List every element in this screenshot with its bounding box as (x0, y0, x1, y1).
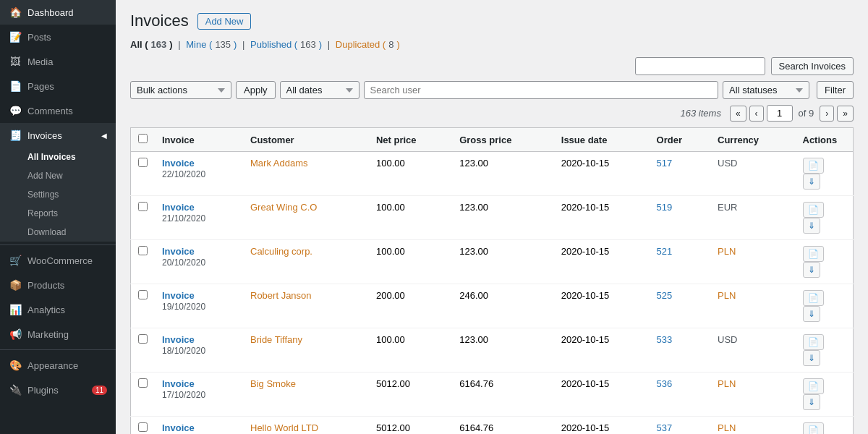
sidebar-item-invoices[interactable]: 🧾 Invoices ◀ (0, 123, 116, 148)
add-new-button[interactable]: Add New (197, 13, 252, 30)
subnav-all[interactable]: All (163) (130, 39, 173, 50)
sidebar-item-appearance[interactable]: 🎨 Appearance (0, 353, 116, 378)
sidebar-sub-all-invoices[interactable]: All Invoices (0, 148, 116, 166)
apply-button[interactable]: Apply (236, 81, 276, 99)
invoice-link-4[interactable]: Invoice (162, 334, 236, 345)
current-page-input[interactable]: 1 (767, 105, 793, 122)
order-link-1[interactable]: 519 (657, 202, 673, 213)
row-checkbox-6[interactable] (138, 422, 148, 432)
table-row: Invoice 16/10/2020 Hello World LTD 5012.… (131, 417, 854, 435)
customer-cell: Robert Janson (243, 284, 369, 328)
customer-link-1[interactable]: Great Wing C.O (250, 202, 317, 213)
invoice-link-5[interactable]: Invoice (162, 378, 236, 389)
search-invoices-button[interactable]: Search Invoices (771, 57, 854, 75)
order-link-2[interactable]: 521 (657, 246, 673, 257)
order-cell-0: 517 (650, 152, 710, 196)
order-link-3[interactable]: 525 (657, 290, 673, 301)
sidebar-sub-add-new[interactable]: Add New (0, 166, 116, 185)
select-all-checkbox[interactable] (138, 134, 148, 143)
first-page-button[interactable]: « (730, 106, 746, 122)
action-view-btn-1[interactable]: 📄 (803, 202, 824, 218)
comments-icon: 💬 (9, 104, 22, 117)
action-download-btn-3[interactable]: ⇓ (803, 306, 820, 322)
row-checkbox-1[interactable] (138, 202, 148, 211)
col-issue-date[interactable]: Issue date (554, 128, 650, 152)
net-price-cell-3: 200.00 (369, 284, 452, 328)
prev-page-button[interactable]: ‹ (749, 106, 764, 122)
all-dates-select[interactable]: All dates (280, 81, 359, 99)
action-view-btn-6[interactable]: 📄 (803, 422, 824, 434)
settings-label: Settings (27, 190, 59, 200)
col-customer[interactable]: Customer (243, 128, 369, 152)
sidebar-item-media[interactable]: 🖼 Media (0, 49, 116, 74)
sidebar-sub-settings[interactable]: Settings (0, 185, 116, 204)
invoice-link-6[interactable]: Invoice (162, 422, 236, 433)
action-view-btn-4[interactable]: 📄 (803, 334, 824, 350)
order-link-0[interactable]: 517 (657, 158, 673, 169)
sidebar-item-dashboard[interactable]: 🏠 Dashboard (0, 0, 116, 25)
invoice-link-1[interactable]: Invoice (162, 202, 236, 213)
dashboard-icon: 🏠 (9, 6, 22, 19)
invoice-link-0[interactable]: Invoice (162, 158, 236, 169)
sidebar-sub-reports[interactable]: Reports (0, 204, 116, 223)
sidebar-sub-download[interactable]: Download (0, 223, 116, 242)
col-invoice[interactable]: Invoice (155, 128, 243, 152)
col-currency[interactable]: Currency (710, 128, 796, 152)
action-view-btn-0[interactable]: 📄 (803, 158, 824, 174)
row-checkbox-0[interactable] (138, 158, 148, 167)
customer-link-6[interactable]: Hello World LTD (250, 422, 318, 433)
order-link-4[interactable]: 533 (657, 334, 673, 345)
order-cell-4: 533 (650, 328, 710, 373)
customer-link-3[interactable]: Robert Janson (250, 290, 312, 301)
customer-link-5[interactable]: Big Smoke (250, 378, 296, 389)
order-link-6[interactable]: 537 (657, 422, 673, 433)
order-cell-1: 519 (650, 196, 710, 240)
filter-button[interactable]: Filter (817, 81, 854, 99)
subnav-mine[interactable]: Mine (135) (186, 39, 237, 50)
sidebar-item-plugins[interactable]: 🔌 Plugins 11 (0, 378, 116, 402)
sidebar-item-posts[interactable]: 📝 Posts (0, 25, 116, 49)
search-invoices-input[interactable] (635, 57, 765, 75)
action-view-btn-2[interactable]: 📄 (803, 246, 824, 262)
bulk-actions-select[interactable]: Bulk actions (130, 81, 231, 99)
row-checkbox-5[interactable] (138, 378, 148, 388)
all-statuses-select[interactable]: All statuses (723, 81, 809, 99)
action-download-btn-1[interactable]: ⇓ (803, 218, 820, 234)
search-user-input[interactable] (364, 81, 719, 99)
action-download-btn-4[interactable]: ⇓ (803, 350, 820, 366)
action-view-btn-3[interactable]: 📄 (803, 290, 824, 306)
sidebar-item-pages[interactable]: 📄 Pages (0, 74, 116, 98)
action-download-btn-2[interactable]: ⇓ (803, 262, 820, 278)
issue-date-cell-0: 2020-10-15 (554, 152, 650, 196)
sidebar-item-label: Media (27, 56, 53, 67)
last-page-button[interactable]: » (837, 106, 854, 122)
invoice-link-3[interactable]: Invoice (162, 290, 236, 301)
select-all-col (131, 128, 156, 152)
sidebar-item-products[interactable]: 📦 Products (0, 273, 116, 297)
sidebar-item-comments[interactable]: 💬 Comments (0, 98, 116, 123)
customer-link-4[interactable]: Bride Tiffany (250, 334, 302, 345)
next-page-button[interactable]: › (820, 106, 834, 122)
customer-link-2[interactable]: Calculing corp. (250, 246, 312, 257)
subnav-published[interactable]: Published (163) (250, 39, 322, 50)
posts-icon: 📝 (9, 30, 22, 43)
row-checkbox-3[interactable] (138, 290, 148, 299)
row-checkbox-2[interactable] (138, 246, 148, 255)
order-link-5[interactable]: 536 (657, 378, 673, 389)
row-checkbox-4[interactable] (138, 334, 148, 344)
sidebar-item-marketing[interactable]: 📢 Marketing (0, 322, 116, 346)
sidebar-item-woocommerce[interactable]: 🛒 WooCommerce (0, 248, 116, 273)
action-view-btn-5[interactable]: 📄 (803, 378, 824, 394)
action-download-btn-5[interactable]: ⇓ (803, 394, 820, 410)
action-download-btn-0[interactable]: ⇓ (803, 174, 820, 190)
col-order[interactable]: Order (650, 128, 710, 152)
table-row: Invoice 21/10/2020 Great Wing C.O 100.00… (131, 196, 854, 240)
table-body: Invoice 22/10/2020 Mark Addams 100.00 12… (131, 152, 854, 435)
sidebar-item-analytics[interactable]: 📊 Analytics (0, 297, 116, 322)
subnav-duplicated[interactable]: Duplicated (8) (336, 39, 400, 50)
customer-link-0[interactable]: Mark Addams (250, 158, 307, 169)
actions-cell-0: 📄 ⇓ (796, 152, 854, 196)
col-gross-price[interactable]: Gross price (452, 128, 554, 152)
col-net-price[interactable]: Net price (369, 128, 452, 152)
invoice-link-2[interactable]: Invoice (162, 246, 236, 257)
